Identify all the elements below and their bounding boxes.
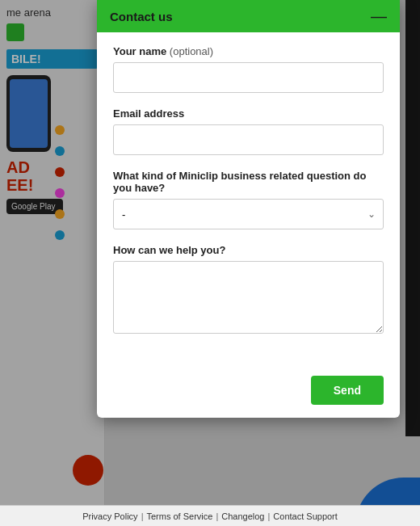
modal-body: Your name (optional) Email address What … xyxy=(97,32,400,368)
footer-sep-1: | xyxy=(141,511,144,521)
help-label: How can we help you? xyxy=(113,244,384,256)
send-button[interactable]: Send xyxy=(311,376,384,405)
modal-close-button[interactable]: — xyxy=(371,8,387,24)
question-label: What kind of Miniclip business related q… xyxy=(113,170,384,194)
question-select[interactable]: - General inquiry Technical support Busi… xyxy=(113,199,384,229)
contact-modal: Contact us — Your name (optional) Email … xyxy=(97,0,400,418)
terms-of-service-link[interactable]: Terms of Service xyxy=(146,511,212,521)
question-select-wrapper: - General inquiry Technical support Busi… xyxy=(113,199,384,229)
name-optional-text: (optional) xyxy=(170,45,213,57)
modal-title: Contact us xyxy=(110,10,173,23)
modal-overlay: Contact us — Your name (optional) Email … xyxy=(0,0,420,526)
privacy-policy-link[interactable]: Privacy Policy xyxy=(82,511,137,521)
footer-sep-3: | xyxy=(267,511,270,521)
name-input[interactable] xyxy=(113,62,384,93)
modal-header: Contact us — xyxy=(97,0,400,32)
email-field-group: Email address xyxy=(113,107,384,155)
email-label: Email address xyxy=(113,107,384,120)
changelog-link[interactable]: Changelog xyxy=(221,511,264,521)
name-label: Your name (optional) xyxy=(113,45,384,57)
help-textarea[interactable] xyxy=(113,261,384,334)
name-field-group: Your name (optional) xyxy=(113,45,384,93)
email-input[interactable] xyxy=(113,124,384,155)
name-label-text: Your name xyxy=(113,45,166,57)
question-field-group: What kind of Miniclip business related q… xyxy=(113,170,384,229)
modal-footer: Send xyxy=(97,368,400,418)
footer-sep-2: | xyxy=(216,511,218,521)
contact-support-link[interactable]: Contact Support xyxy=(273,511,338,521)
page-footer: Privacy Policy | Terms of Service | Chan… xyxy=(0,505,420,526)
help-field-group: How can we help you? xyxy=(113,244,384,337)
